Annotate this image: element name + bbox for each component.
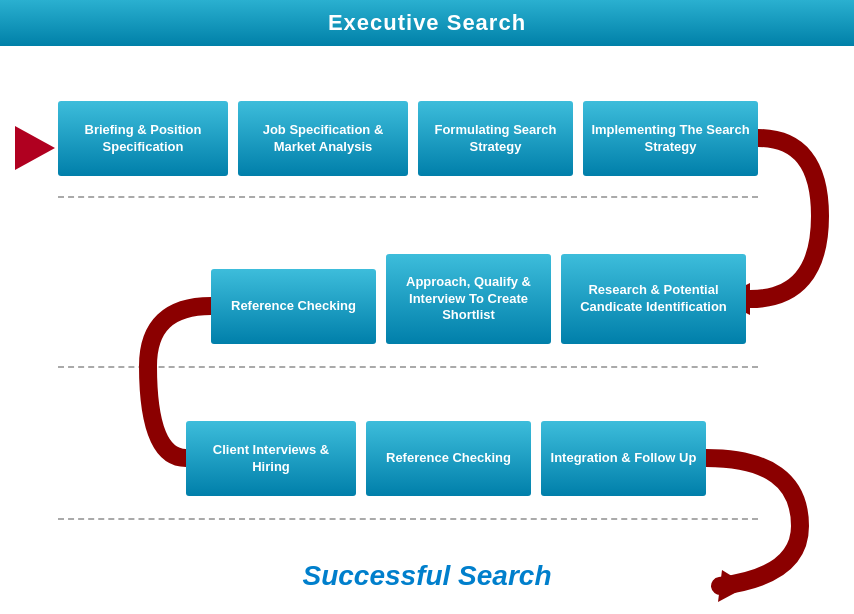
box-job-specification: Job Specification & Market Analysis — [238, 101, 408, 176]
box-reference-checking-2: Reference Checking — [366, 421, 531, 496]
box-briefing: Briefing & Position Specification — [58, 101, 228, 176]
box-client-interviews: Client Interviews & Hiring — [186, 421, 356, 496]
entry-arrow — [15, 126, 55, 170]
box-research: Research & Potential Candicate Identific… — [561, 254, 746, 344]
box-implementing: Implementing The Search Strategy — [583, 101, 758, 176]
box-integration: Integration & Follow Up — [541, 421, 706, 496]
box-formulating: Formulating Search Strategy — [418, 101, 573, 176]
page-title: Executive Search — [328, 10, 526, 35]
content-area: Briefing & Position Specification Job Sp… — [0, 46, 854, 614]
page-header: Executive Search — [0, 0, 854, 46]
box-approach: Approach, Qualify & Interview To Create … — [386, 254, 551, 344]
success-text: Successful Search — [302, 560, 551, 592]
separator-line-3 — [58, 518, 758, 520]
svg-marker-2 — [718, 570, 748, 602]
separator-line-2 — [58, 366, 758, 368]
box-reference-checking-1: Reference Checking — [211, 269, 376, 344]
separator-line-1 — [58, 196, 758, 198]
